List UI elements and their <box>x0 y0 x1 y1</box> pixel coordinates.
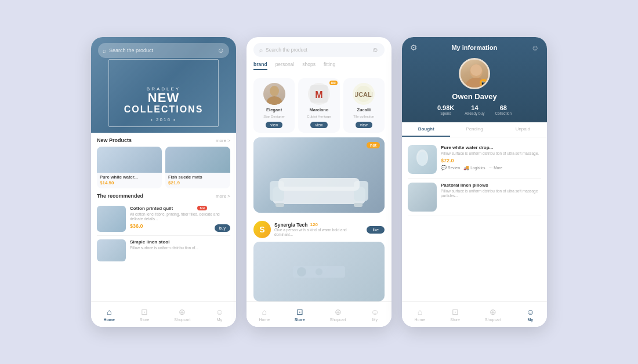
user-avatar[interactable]: 📷 <box>459 58 490 89</box>
smiley-icon-3: ☺ <box>531 43 539 52</box>
rec-title-1: Cotton printed quilt <box>130 206 230 211</box>
p2-tabs: brand personal shops fitting <box>253 61 385 74</box>
p1-search-bar[interactable]: ⌕ Search the product ☺ <box>98 43 229 58</box>
product-name-1: Pure white water... <box>97 173 162 180</box>
synergla-desc: Give a person with a kind of warm bold a… <box>274 228 363 238</box>
product-card-2[interactable]: Fish suede mats $21.9 <box>165 147 230 188</box>
svg-text:M: M <box>315 90 322 100</box>
user-name: Owen Davey <box>452 92 496 101</box>
orders-list: Pure white water drop... Pillow surface … <box>402 137 547 301</box>
hot-badge-2: hot <box>329 81 338 85</box>
brand-card-zucalli[interactable]: ZUCALLI Zucalli Tile collection view <box>343 78 385 133</box>
logistics-action[interactable]: 🚚 Logistics <box>463 165 485 170</box>
view-btn-zucalli[interactable]: view <box>356 122 372 128</box>
new-products-header: New Products more > <box>97 137 230 143</box>
tab-shops[interactable]: shops <box>302 61 316 70</box>
tab-personal[interactable]: personal <box>276 61 295 70</box>
nav-store[interactable]: ⊡ Store <box>140 307 150 322</box>
svg-rect-10 <box>276 203 284 207</box>
recommended-header: The recommended more > <box>97 193 230 199</box>
rec-desc-1: All cotton lenci fabric, printing, fiber… <box>130 212 230 222</box>
p3-title: My information <box>451 44 497 51</box>
review-action[interactable]: 💬 Review <box>441 165 460 170</box>
bottom-nav-3: ⌂ Home ⊡ Store ⊕ Shopcart ☺ My <box>402 301 547 327</box>
hero-section: ⌕ Search the product ☺ BRADLEY NEW COLLE… <box>91 37 236 133</box>
nav-store-2[interactable]: ⊡ Store <box>295 307 305 322</box>
svg-point-17 <box>470 64 482 76</box>
tab-bought[interactable]: Bought <box>402 122 450 137</box>
product-img-2 <box>165 147 230 173</box>
stat-buy: 14 Already buy <box>465 104 484 115</box>
phone-3: ⚙ My information ☺ 📷 Owen Davey <box>402 37 547 327</box>
bottom-nav-1: ⌂ Home ⊡ Store ⊕ Shopcart ☺ My <box>91 301 236 327</box>
bottom-nav-2: ⌂ Home ⊡ Store ⊕ Shopcart ☺ My <box>246 301 392 327</box>
order-desc-2: Pillow surface is uniform distribu tion … <box>441 189 541 199</box>
p3-header: ⚙ My information ☺ 📷 Owen Davey <box>402 37 547 122</box>
order-item-2[interactable]: Pastoral linen pillows Pillow surface is… <box>408 179 541 216</box>
search-icon-2: ⌕ <box>259 47 263 53</box>
more-icon: ··· <box>489 165 493 170</box>
stat-collection-value: 68 <box>495 104 512 111</box>
tab-unpaid[interactable]: Unpaid <box>499 122 547 137</box>
stat-collection-label: Collection <box>495 111 512 115</box>
rec-item-2[interactable]: Simple linen stool Pillow surface is uni… <box>97 236 230 265</box>
brand-card-elegant[interactable]: Elegant Star Designer view <box>253 78 295 133</box>
search-icon: ⌕ <box>103 48 106 54</box>
recommended-more[interactable]: more > <box>216 194 230 199</box>
user-stats: 0.98K Spend 14 Already buy 68 Collection <box>437 104 512 115</box>
nav-store-label: Store <box>140 318 150 322</box>
order-item-1[interactable]: Pure white water drop... Pillow surface … <box>408 141 541 179</box>
order-title-1: Pure white water drop... <box>441 145 541 150</box>
brand-card-marclano[interactable]: hot M Marclano Cubist Heritage view <box>298 78 339 133</box>
tab-fitting[interactable]: fitting <box>324 61 335 70</box>
nav-shopcart-label-3: Shopcart <box>485 318 501 322</box>
gear-icon[interactable]: ⚙ <box>410 43 418 52</box>
brand-name-elegant: Elegant <box>266 107 282 112</box>
camera-badge: 📷 <box>480 79 488 87</box>
nav-shopcart[interactable]: ⊕ Shopcart <box>174 307 190 322</box>
nav-my-2[interactable]: ☺ My <box>371 307 379 322</box>
rec-info-2: Simple linen stool Pillow surface is uni… <box>130 239 230 261</box>
phone-1: ⌕ Search the product ☺ BRADLEY NEW COLLE… <box>91 37 236 327</box>
rec-item-1[interactable]: Cotton printed quilt All cotton lenci fa… <box>97 202 230 236</box>
view-btn-marclano[interactable]: view <box>310 122 327 128</box>
cart-icon-3: ⊕ <box>490 307 496 316</box>
profile-section: 📷 Owen Davey 0.98K Spend 14 Already buy … <box>410 58 539 122</box>
nav-my-3[interactable]: ☺ My <box>526 307 534 322</box>
tab-pending[interactable]: Pending <box>450 122 498 137</box>
nav-store-3[interactable]: ⊡ Store <box>450 307 460 322</box>
stat-buy-value: 14 <box>465 104 484 111</box>
svg-point-14 <box>316 268 322 275</box>
new-products-more[interactable]: more > <box>216 138 230 143</box>
product-card-1[interactable]: Pure white water... $14.50 <box>97 147 162 188</box>
stat-collection: 68 Collection <box>495 104 512 115</box>
more-label: More <box>494 166 502 170</box>
view-btn-elegant[interactable]: view <box>266 122 282 128</box>
order-img-2 <box>408 183 437 212</box>
nav-home-label: Home <box>103 318 114 322</box>
svg-point-1 <box>267 96 282 105</box>
nav-shopcart-2[interactable]: ⊕ Shopcart <box>330 307 346 322</box>
nav-home[interactable]: ⌂ Home <box>103 307 114 322</box>
rec-desc-2: Pillow surface is uniform distribu tion … <box>130 246 230 250</box>
buy-button[interactable]: buy <box>215 224 230 232</box>
like-button[interactable]: like <box>367 226 385 234</box>
nav-my[interactable]: ☺ My <box>215 307 223 322</box>
order-info-1: Pure white water drop... Pillow surface … <box>441 145 541 174</box>
nav-shopcart-3[interactable]: ⊕ Shopcart <box>485 307 501 322</box>
hot-badge: hot <box>197 206 207 210</box>
order-desc-1: Pillow surface is uniform distribu tion … <box>441 151 541 156</box>
more-action[interactable]: ··· More <box>489 165 502 170</box>
order-title-2: Pastoral linen pillows <box>441 183 541 188</box>
tab-brand[interactable]: brand <box>253 61 267 70</box>
svg-point-19 <box>418 152 427 166</box>
p3-top-row: ⚙ My information ☺ <box>410 43 539 52</box>
p2-search-bar[interactable]: ⌕ Search the product ☺ <box>253 43 385 57</box>
store-icon-2: ⊡ <box>296 307 303 316</box>
hero-line1: NEW <box>91 92 236 104</box>
nav-home-2[interactable]: ⌂ Home <box>259 307 270 322</box>
product-price-2: $21.9 <box>165 180 230 185</box>
brand-sub-zucalli: Tile collection <box>353 115 374 118</box>
nav-home-3[interactable]: ⌂ Home <box>415 307 426 322</box>
order-tabs: Bought Pending Unpaid <box>402 122 547 137</box>
